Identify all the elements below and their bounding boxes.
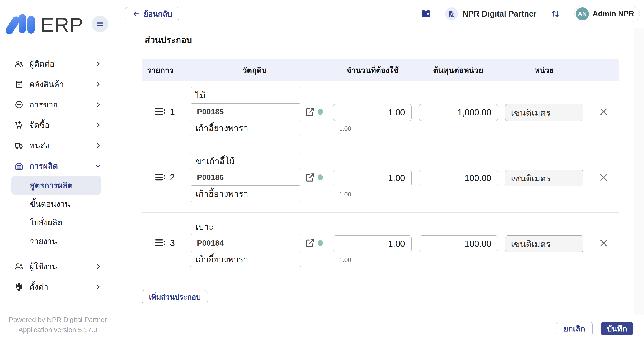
sidebar-item-inventory[interactable]: คลังสินค้า: [0, 74, 116, 94]
quantity-helper-text: 1.00: [339, 191, 351, 198]
product-name-input[interactable]: [190, 251, 301, 267]
building-icon: [445, 7, 458, 20]
contacts-people-icon: [14, 59, 24, 68]
users-icon: [14, 262, 24, 271]
close-icon: [599, 173, 610, 182]
add-component-button[interactable]: เพิ่มส่วนประกอบ: [142, 290, 208, 303]
col-header-unit-cost: ต้นทุนต่อหน่วย: [415, 64, 501, 77]
back-button[interactable]: ย้อนกลับ: [125, 7, 179, 21]
sidebar-subitem-label: สูตรการผลิต: [30, 179, 73, 192]
company-name: NPR Digital Partner: [462, 9, 537, 18]
version-text: Application version 5.17.0: [0, 325, 116, 335]
sidebar-item-production[interactable]: การผลิต: [0, 156, 116, 176]
drag-handle-icon[interactable]: [155, 239, 166, 247]
quantity-input[interactable]: [333, 235, 412, 252]
user-menu[interactable]: AN Admin NPR: [574, 6, 640, 22]
divider: [438, 7, 438, 21]
sidebar-item-label: คลังสินค้า: [29, 78, 64, 90]
back-button-label: ย้อนกลับ: [144, 8, 172, 20]
unit-cost-input[interactable]: [419, 170, 498, 186]
sidebar-item-label: จัดซื้อ: [29, 119, 50, 131]
unit-input: [505, 235, 584, 252]
unit-cost-input[interactable]: [419, 235, 498, 252]
sidebar-nav: ผู้ติดต่อ คลังสินค้า การขาย: [0, 48, 116, 297]
external-link-icon[interactable]: [305, 107, 315, 117]
hamburger-icon: [96, 20, 104, 28]
row-handle-cell: 2: [155, 173, 175, 182]
app-version-note: Powered by NPR Digital Partner Applicati…: [0, 315, 116, 335]
cancel-button[interactable]: ยกเลิก: [556, 322, 593, 335]
drag-handle-icon[interactable]: [155, 107, 166, 116]
quantity-helper-text: 1.00: [339, 257, 351, 264]
scrollbar-gutter[interactable]: [634, 28, 644, 315]
sidebar-item-label: ผู้ใช้งาน: [29, 260, 57, 273]
menu-toggle-button[interactable]: [92, 16, 108, 32]
table-row: 1 P00185 1.00: [142, 81, 618, 147]
sidebar-item-label: ตั้งค่า: [29, 280, 48, 293]
main-area: ย้อนกลับ NPR Digital Partner: [116, 0, 644, 342]
material-name-input[interactable]: [190, 218, 301, 235]
topbar: ย้อนกลับ NPR Digital Partner: [116, 0, 644, 28]
divider: [8, 48, 108, 48]
quantity-input[interactable]: [333, 104, 412, 121]
documentation-book-icon[interactable]: [420, 9, 431, 19]
sidebar-item-settings[interactable]: ตั้งค่า: [0, 277, 116, 297]
page-content: ส่วนประกอบ รายการ วัตถุดิบ จำนวนที่ต้องใ…: [116, 28, 644, 315]
product-code: P00184: [197, 239, 224, 247]
sidebar-subitem-report[interactable]: รายงาน: [12, 232, 101, 250]
sidebar: ERP ผู้ติดต่อ: [0, 0, 116, 342]
company-selector[interactable]: NPR Digital Partner: [445, 7, 537, 20]
row-number: 3: [170, 238, 175, 248]
chevron-right-icon: [95, 142, 101, 149]
sidebar-item-contacts[interactable]: ผู้ติดต่อ: [0, 54, 116, 74]
unit-cost-input[interactable]: [419, 104, 498, 121]
quantity-helper-text: 1.00: [339, 125, 351, 132]
sort-arrows-icon[interactable]: [551, 9, 560, 19]
app-root: ERP ผู้ติดต่อ: [0, 0, 644, 342]
chevron-down-icon: [95, 163, 101, 169]
delete-row-button[interactable]: [599, 237, 610, 249]
shipping-truck-icon: [14, 141, 24, 150]
sidebar-item-shipping[interactable]: ขนส่ง: [0, 135, 116, 156]
sidebar-subitem-production-order[interactable]: ใบสั่งผลิต: [12, 213, 101, 232]
delete-row-button[interactable]: [599, 106, 610, 118]
user-name: Admin NPR: [593, 10, 634, 18]
sidebar-item-label: การผลิต: [29, 160, 58, 172]
sidebar-subitem-label: ขั้นตอนงาน: [30, 198, 70, 210]
material-name-input[interactable]: [190, 153, 301, 169]
status-dot: [318, 240, 323, 246]
quantity-input[interactable]: [333, 170, 412, 186]
col-header-unit: หน่วย: [501, 64, 587, 77]
sidebar-item-label: การขาย: [29, 98, 58, 111]
status-dot: [318, 109, 323, 115]
topbar-actions: NPR Digital Partner AN Admin NPR: [420, 6, 640, 22]
sidebar-item-purchasing[interactable]: จัดซื้อ: [0, 115, 116, 135]
sidebar-subitem-work-steps[interactable]: ขั้นตอนงาน: [12, 195, 101, 213]
sidebar-subitem-bom[interactable]: สูตรการผลิต: [12, 176, 101, 195]
row-handle-cell: 1: [155, 107, 175, 116]
drag-handle-icon[interactable]: [155, 173, 166, 182]
divider: [8, 253, 108, 253]
col-header-quantity: จำนวนที่ต้องใช้: [330, 64, 415, 77]
save-button[interactable]: บันทึก: [601, 322, 633, 335]
external-link-icon[interactable]: [305, 172, 315, 183]
unit-input: [505, 104, 584, 121]
delete-row-button[interactable]: [599, 172, 610, 183]
sidebar-item-users[interactable]: ผู้ใช้งาน: [0, 256, 116, 277]
app-logo: ERP: [8, 14, 84, 34]
section-title: ส่วนประกอบ: [145, 33, 644, 47]
close-icon: [599, 107, 610, 117]
sidebar-item-sales[interactable]: การขาย: [0, 94, 116, 115]
material-name-input[interactable]: [190, 87, 301, 104]
external-link-icon[interactable]: [305, 238, 315, 248]
product-name-input[interactable]: [190, 185, 301, 202]
inventory-box-icon: [14, 80, 24, 89]
chevron-right-icon: [95, 122, 101, 128]
sales-plus-circle-icon: [14, 100, 24, 109]
close-icon: [599, 238, 610, 248]
logo-text: ERP: [40, 16, 84, 34]
components-table: รายการ วัตถุดิบ จำนวนที่ต้องใช้ ต้นทุนต่…: [142, 59, 618, 278]
status-dot: [318, 174, 323, 180]
product-name-input[interactable]: [190, 120, 301, 136]
sidebar-header: ERP: [0, 0, 116, 48]
